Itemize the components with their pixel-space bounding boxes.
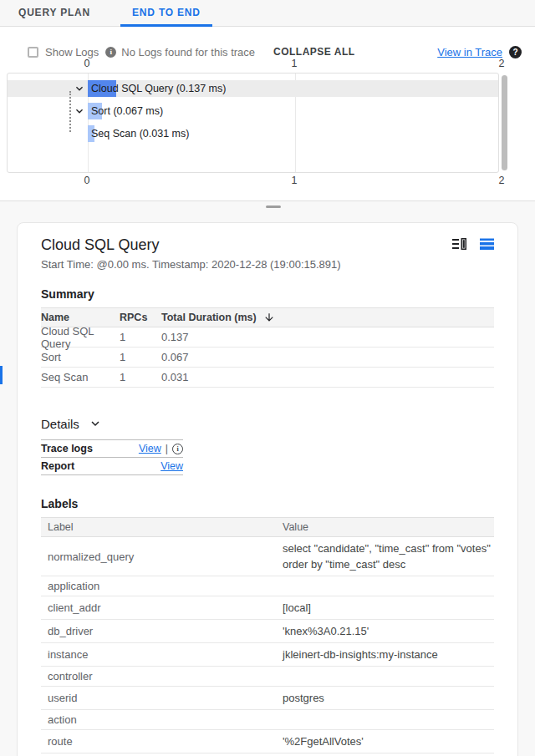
label-cell: controller xyxy=(41,667,283,686)
panel-resize-handle[interactable] xyxy=(266,205,281,208)
value-cell xyxy=(283,717,494,723)
labels-heading: Labels xyxy=(41,497,494,510)
label-cell: application xyxy=(41,576,283,596)
summary-cell-duration: 0.067 xyxy=(161,351,494,363)
summary-cell-duration: 0.031 xyxy=(161,371,494,383)
axis-tick: 2 xyxy=(499,175,505,186)
label-row-userid: userid postgres xyxy=(41,687,494,710)
axis-tick: 0 xyxy=(84,58,90,69)
column-header-value: Value xyxy=(283,516,494,539)
timeline-scrollbar[interactable] xyxy=(502,75,507,170)
axis-tick: 1 xyxy=(292,175,298,186)
info-icon[interactable] xyxy=(172,444,183,454)
label-row-instance: instance jkleinert-db-insights:my-instan… xyxy=(41,643,494,667)
help-icon[interactable] xyxy=(509,46,522,58)
span-label: Seq Scan (0.031 ms) xyxy=(91,125,189,142)
tab-end-to-end[interactable]: END TO END xyxy=(120,0,212,27)
sort-descending-icon[interactable] xyxy=(263,312,275,323)
trace-timeline-chart: Cloud SQL Query (0.137 ms) Sort (0.067 m… xyxy=(7,73,499,173)
trace-span-cloud-sql-query[interactable]: Cloud SQL Query (0.137 ms) xyxy=(8,80,498,97)
value-cell: [local] xyxy=(283,596,494,619)
summary-row: Cloud SQL Query 1 0.137 xyxy=(41,327,494,348)
value-cell: '%2FgetAllVotes' xyxy=(283,730,494,753)
label-row-application: application xyxy=(41,576,494,596)
label-row-action: action xyxy=(41,710,494,730)
label-cell: userid xyxy=(41,688,283,708)
report-view-link[interactable]: View xyxy=(160,460,183,472)
scroll-position-marker xyxy=(0,366,3,384)
label-row-route: route '%2FgetAllVotes' xyxy=(41,730,494,753)
show-logs-label[interactable]: Show Logs xyxy=(45,46,99,58)
timeline-axis-top: 0 1 2 xyxy=(0,58,535,69)
show-logs-checkbox[interactable] xyxy=(28,47,38,58)
tab-bar: QUERY PLAN END TO END xyxy=(0,0,535,27)
collapse-all-button[interactable]: COLLAPSE ALL xyxy=(273,46,355,58)
span-subtitle: Start Time: @0.00 ms. Timestamp: 2020-12… xyxy=(41,258,341,271)
summary-cell-name: Cloud SQL Query xyxy=(41,325,120,350)
axis-tick: 2 xyxy=(499,58,505,69)
info-icon[interactable] xyxy=(105,47,116,58)
axis-tick: 1 xyxy=(292,58,298,69)
span-label: Cloud SQL Query (0.137 ms) xyxy=(91,80,226,97)
summary-row: Seq Scan 1 0.031 xyxy=(41,368,494,388)
trace-panel: QUERY PLAN END TO END Show Logs No Logs … xyxy=(0,0,535,200)
details-row-label: Trace logs xyxy=(41,443,139,454)
trace-logs-view-link[interactable]: View xyxy=(139,443,161,454)
summary-table: Name RPCs Total Duration (ms) Cloud SQL … xyxy=(41,307,494,388)
label-cell: route xyxy=(41,732,283,751)
details-row-label: Report xyxy=(41,460,160,472)
list-view-icon[interactable] xyxy=(480,238,494,250)
label-row-normalized-query: normalized_query select "candidate", "ti… xyxy=(41,537,494,576)
label-cell: normalized_query xyxy=(41,547,283,566)
value-cell xyxy=(283,673,494,680)
label-row-controller: controller xyxy=(41,667,494,687)
chevron-down-icon[interactable] xyxy=(73,82,86,95)
value-cell: postgres xyxy=(283,687,494,709)
value-cell: jkleinert-db-insights:my-instance xyxy=(283,643,494,666)
details-row-report: Report View xyxy=(41,458,183,475)
label-row-db-driver: db_driver 'knex%3A0.21.15' xyxy=(41,620,494,643)
label-row-client-addr: client_addr [local] xyxy=(41,596,494,620)
column-header-label: Label xyxy=(41,518,283,536)
tab-query-plan[interactable]: QUERY PLAN xyxy=(7,0,102,27)
view-in-trace-link[interactable]: View in Trace xyxy=(437,46,502,58)
value-cell: select "candidate", "time_cast" from "vo… xyxy=(283,537,494,576)
summary-cell-rpcs: 1 xyxy=(120,331,161,343)
span-title: Cloud SQL Query xyxy=(41,235,341,255)
axis-tick: 0 xyxy=(84,175,90,186)
summary-cell-rpcs: 1 xyxy=(120,351,161,363)
column-header-name: Name xyxy=(41,312,120,323)
no-logs-text: No Logs found for this trace xyxy=(121,46,255,58)
span-detail-card: Cloud SQL Query Start Time: @0.00 ms. Ti… xyxy=(17,222,518,756)
summary-cell-name: Sort xyxy=(41,351,120,363)
label-cell: instance xyxy=(41,645,283,664)
timeline-axis-bottom: 0 1 2 xyxy=(0,175,535,186)
summary-cell-duration: 0.137 xyxy=(161,331,494,343)
trace-span-sort[interactable]: Sort (0.067 ms) xyxy=(8,103,498,119)
column-header-rpcs: RPCs xyxy=(120,312,161,323)
span-label: Sort (0.067 ms) xyxy=(91,103,163,119)
labels-table: Label Value normalized_query select "can… xyxy=(41,517,494,756)
detail-section: Cloud SQL Query Start Time: @0.00 ms. Ti… xyxy=(0,200,535,756)
label-cell: client_addr xyxy=(41,598,283,617)
details-heading-label: Details xyxy=(41,417,79,431)
details-table: Trace logs View | Report View xyxy=(41,439,183,475)
label-cell: action xyxy=(41,710,283,729)
details-collapse-toggle[interactable]: Details xyxy=(41,416,133,431)
card-header: Cloud SQL Query Start Time: @0.00 ms. Ti… xyxy=(41,235,494,271)
trace-span-seq-scan[interactable]: Seq Scan (0.031 ms) xyxy=(8,125,498,142)
separator: | xyxy=(166,443,168,454)
value-cell xyxy=(283,583,494,590)
summary-cell-rpcs: 1 xyxy=(120,371,161,383)
span-hierarchy-connector xyxy=(69,91,71,132)
chevron-down-icon[interactable] xyxy=(73,104,86,118)
toggle-side-panel-icon[interactable] xyxy=(452,238,466,250)
column-header-total-duration[interactable]: Total Duration (ms) xyxy=(161,312,257,323)
summary-cell-name: Seq Scan xyxy=(41,371,120,383)
labels-table-header: Label Value xyxy=(41,517,494,537)
label-cell: db_driver xyxy=(41,622,283,641)
chevron-down-icon xyxy=(88,416,103,431)
summary-row: Sort 1 0.067 xyxy=(41,348,494,368)
summary-heading: Summary xyxy=(41,287,494,301)
details-row-trace-logs: Trace logs View | xyxy=(41,440,183,458)
